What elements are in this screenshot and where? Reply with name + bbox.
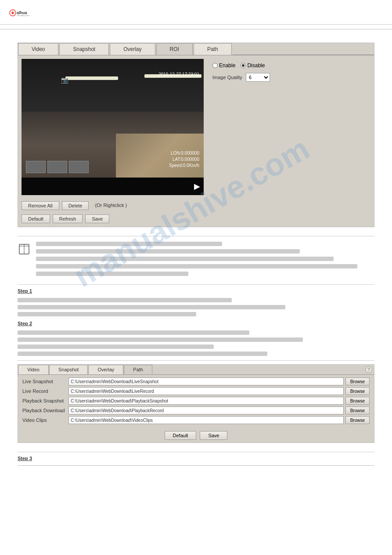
light-strip-1 — [65, 76, 118, 80]
note-line-2 — [36, 249, 300, 254]
roi-tab-bar: Video Snapshot Overlay ROI Path — [18, 43, 374, 55]
tab-overlay[interactable]: Overlay — [110, 43, 155, 55]
video-clips-browse[interactable]: Browse — [345, 416, 370, 424]
live-snapshot-row: Live Snapshot C:\Users\admin\WebDownload… — [22, 377, 370, 385]
roi-btn-row-1: Remove All Delete (Or Rightclick ) — [18, 199, 374, 213]
overlay-speed: Speed:0.0Km/h — [169, 163, 199, 169]
text-line-1-2 — [18, 305, 285, 309]
enable-radio[interactable]: Enable — [212, 62, 235, 69]
text-section-2 — [18, 330, 374, 356]
divider-4 — [18, 452, 374, 452]
live-snapshot-browse[interactable]: Browse — [345, 377, 370, 385]
tab-snapshot[interactable]: Snapshot — [59, 43, 109, 55]
live-record-label: Live Record — [22, 388, 68, 394]
live-record-row: Live Record C:\Users\admin\WebDownload\L… — [22, 387, 370, 395]
playback-snapshot-label: Playback Snapshot — [22, 398, 68, 403]
disable-radio-dot — [241, 63, 246, 68]
note-lines — [36, 242, 374, 279]
video-clips-label: Video Clips — [22, 417, 68, 423]
video-overlay-text: LON:0.000000 LAT:0.000000 Speed:0.0Km/h — [169, 150, 199, 169]
playback-snapshot-row: Playback Snapshot C:\Users\admin\WebDown… — [22, 397, 370, 405]
disable-label: Disable — [247, 62, 265, 69]
delete-button[interactable]: Delete — [62, 201, 89, 210]
live-record-browse[interactable]: Browse — [345, 387, 370, 395]
tab-roi[interactable]: ROI — [156, 43, 193, 55]
video-clips-value: C:\Users\admin\WebDownload\VideoClips — [68, 416, 344, 424]
divider-3 — [18, 360, 374, 361]
enable-disable-group: Enable Disable — [212, 62, 367, 69]
path-actions: Default Save — [18, 428, 374, 443]
divider-2 — [18, 284, 374, 285]
text-line-2-1 — [18, 330, 249, 335]
svg-text:alhua: alhua — [17, 11, 28, 15]
roi-action-row: Default Refresh Save — [18, 213, 374, 227]
image-quality-row: Image Quality 6 1234 578910 — [212, 73, 367, 82]
path-tab-snapshot[interactable]: Snapshot — [49, 365, 88, 374]
overlay-lon: LON:0.000000 — [169, 150, 199, 156]
path-tab-bar: Video Snapshot Overlay Path ? — [18, 365, 374, 375]
text-section-1 — [18, 298, 374, 316]
path-tab-overlay[interactable]: Overlay — [88, 365, 123, 374]
refresh-button[interactable]: Refresh — [53, 214, 83, 223]
live-record-value: C:\Users\admin\WebDownload\LiveRecord — [68, 387, 344, 395]
tab-path[interactable]: Path — [194, 43, 232, 55]
thumb-3 — [69, 161, 89, 173]
logo: alhua TECHNOLOGY — [9, 5, 383, 21]
path-save-button[interactable]: Save — [200, 431, 227, 440]
playback-snapshot-value: C:\Users\admin\WebDownload\PlaybackSnaps… — [68, 397, 344, 405]
playback-download-value: C:\Users\admin\WebDownload\PlaybackRecor… — [68, 406, 344, 414]
playback-download-label: Playback Download — [22, 408, 68, 413]
path-tab-video[interactable]: Video — [18, 365, 49, 374]
text-line-1-1 — [18, 298, 232, 302]
tab-video[interactable]: Video — [18, 43, 58, 55]
note-section — [18, 242, 374, 279]
roi-controls: Enable Disable Image Quality 6 1234 5789… — [209, 59, 370, 195]
video-bottom-bar: ▶ — [22, 178, 204, 195]
thumb-1 — [26, 161, 46, 173]
note-line-5 — [36, 272, 188, 276]
image-quality-select[interactable]: 6 1234 578910 — [246, 73, 270, 82]
path-panel: Video Snapshot Overlay Path ? Live Snaps… — [18, 364, 374, 443]
note-line-3 — [36, 257, 334, 261]
path-rows-container: Live Snapshot C:\Users\admin\WebDownload… — [18, 375, 374, 428]
divider-1 — [18, 236, 374, 236]
playback-download-browse[interactable]: Browse — [345, 406, 370, 414]
play-button[interactable]: ▶ — [194, 181, 200, 191]
step1-label: Step 1 — [18, 288, 374, 294]
thumbnail-strip — [26, 161, 89, 173]
video-timestamp: 2019-12-27 17:23:01 — [158, 72, 199, 77]
disable-radio[interactable]: Disable — [241, 62, 265, 69]
step2-label: Step 2 — [18, 321, 374, 326]
help-icon[interactable]: ? — [365, 366, 372, 373]
text-line-2-4 — [18, 352, 267, 356]
video-preview: 2019-12-27 17:23:01 📷 LON:0.000000 LAT:0… — [22, 59, 204, 195]
playback-snapshot-browse[interactable]: Browse — [345, 397, 370, 405]
svg-text:TECHNOLOGY: TECHNOLOGY — [17, 15, 30, 17]
overlay-lat: LAT:0.000000 — [169, 156, 199, 163]
path-default-button[interactable]: Default — [165, 431, 197, 440]
image-quality-label: Image Quality — [212, 75, 242, 80]
camera-icon: 📷 — [61, 76, 68, 83]
text-line-2-2 — [18, 337, 303, 342]
step3-label: Step 3 — [18, 456, 374, 461]
enable-label: Enable — [219, 62, 235, 69]
default-button[interactable]: Default — [22, 214, 50, 223]
video-clips-row: Video Clips C:\Users\admin\WebDownload\V… — [22, 416, 370, 424]
bottom-rule — [18, 465, 374, 466]
book-icon — [18, 243, 31, 256]
roi-content: 2019-12-27 17:23:01 📷 LON:0.000000 LAT:0… — [18, 55, 374, 199]
live-snapshot-value: C:\Users\admin\WebDownload\LiveSnapshot — [68, 377, 344, 385]
note-line-4 — [36, 264, 357, 268]
roi-panel: Video Snapshot Overlay ROI Path — [18, 43, 374, 227]
path-tab-path[interactable]: Path — [124, 365, 152, 374]
text-line-1-3 — [18, 312, 196, 316]
save-button[interactable]: Save — [85, 214, 109, 223]
header: alhua TECHNOLOGY — [0, 0, 392, 25]
enable-radio-dot — [212, 63, 218, 68]
page-content: Video Snapshot Overlay ROI Path — [0, 34, 392, 479]
remove-all-button[interactable]: Remove All — [22, 201, 59, 210]
live-snapshot-label: Live Snapshot — [22, 379, 68, 384]
note-line-1 — [36, 242, 222, 246]
text-line-2-3 — [18, 345, 214, 349]
dahua-logo: alhua TECHNOLOGY — [9, 5, 35, 21]
